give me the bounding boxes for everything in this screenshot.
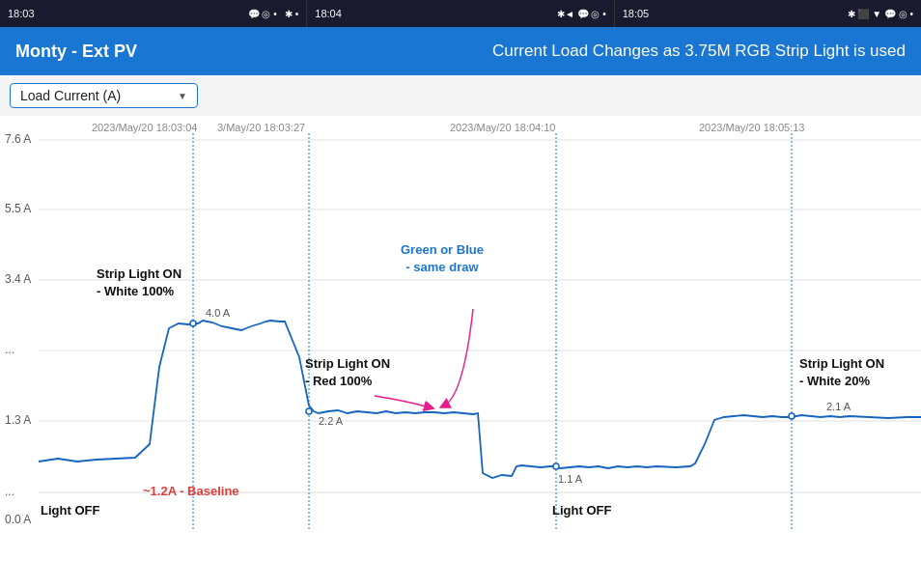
svg-text:3.4 A: 3.4 A xyxy=(5,272,31,286)
svg-point-24 xyxy=(553,463,559,469)
svg-text:2023/May/20 18:04:10: 2023/May/20 18:04:10 xyxy=(450,122,555,133)
chart-area: 7.6 A 5.5 A 3.4 A ... 1.3 A ... 0.0 A 20… xyxy=(0,116,921,531)
svg-text:2023/May/20 18:03:04: 2023/May/20 18:03:04 xyxy=(92,122,197,133)
dropdown-container: Load Current (A) ▼ xyxy=(0,75,921,116)
svg-text:...: ... xyxy=(5,485,14,498)
annotation-strip-red: Strip Light ON- Red 100% xyxy=(305,355,390,389)
svg-text:2.1 A: 2.1 A xyxy=(826,401,851,412)
svg-text:3/May/20 18:03:27: 3/May/20 18:03:27 xyxy=(217,122,305,133)
dropdown-arrow-icon: ▼ xyxy=(178,91,187,101)
annotation-strip-white: Strip Light ON- White 100% xyxy=(97,266,181,299)
svg-text:7.6 A: 7.6 A xyxy=(5,132,31,146)
svg-rect-0 xyxy=(0,116,921,531)
svg-text:2.2 A: 2.2 A xyxy=(319,415,344,427)
time-3: 18:05 xyxy=(623,8,650,19)
status-bar-1: 18:03 💬 ◎ • ✱ • xyxy=(0,0,306,27)
app-subtitle: Current Load Changes as 3.75M RGB Strip … xyxy=(492,42,906,61)
svg-text:5.5 A: 5.5 A xyxy=(5,202,31,215)
annotation-light-off-2: Light OFF xyxy=(552,502,611,519)
icons-3: ✱ ⬛ ▼ 💬 ◎ • xyxy=(848,9,913,19)
status-bar-2: 18:04 ✱◄ 💬 ◎ • xyxy=(307,0,613,27)
annotation-strip-white2: Strip Light ON- White 20% xyxy=(799,355,884,389)
annotation-light-off-1: Light OFF xyxy=(41,502,99,519)
svg-text:1.3 A: 1.3 A xyxy=(5,413,31,427)
annotation-baseline: ~1.2A - Baseline xyxy=(143,483,239,500)
status-bars: 18:03 💬 ◎ • ✱ • 18:04 ✱◄ 💬 ◎ • 18:05 ✱ ⬛… xyxy=(0,0,921,27)
time-1: 18:03 xyxy=(8,8,35,19)
svg-text:4.0 A: 4.0 A xyxy=(206,307,231,319)
app-header: Monty - Ext PV Current Load Changes as 3… xyxy=(0,27,921,75)
svg-text:2023/May/20 18:05:13: 2023/May/20 18:05:13 xyxy=(699,122,804,133)
annotation-green-blue: Green or Blue- same draw xyxy=(401,241,484,275)
chart-svg: 7.6 A 5.5 A 3.4 A ... 1.3 A ... 0.0 A 20… xyxy=(0,116,921,531)
svg-text:...: ... xyxy=(5,343,14,356)
app-title: Monty - Ext PV xyxy=(15,42,137,62)
time-2: 18:04 xyxy=(315,8,342,19)
svg-text:1.1 A: 1.1 A xyxy=(558,473,583,485)
svg-point-25 xyxy=(789,413,795,419)
status-bar-3: 18:05 ✱ ⬛ ▼ 💬 ◎ • xyxy=(615,0,921,27)
icons-1: 💬 ◎ • ✱ • xyxy=(248,9,299,19)
icons-2: ✱◄ 💬 ◎ • xyxy=(557,9,606,19)
svg-text:0.0 A: 0.0 A xyxy=(5,513,31,526)
dropdown-label: Load Current (A) xyxy=(20,88,121,103)
svg-point-23 xyxy=(306,408,312,414)
svg-point-22 xyxy=(190,321,196,326)
load-current-dropdown[interactable]: Load Current (A) ▼ xyxy=(10,83,198,108)
